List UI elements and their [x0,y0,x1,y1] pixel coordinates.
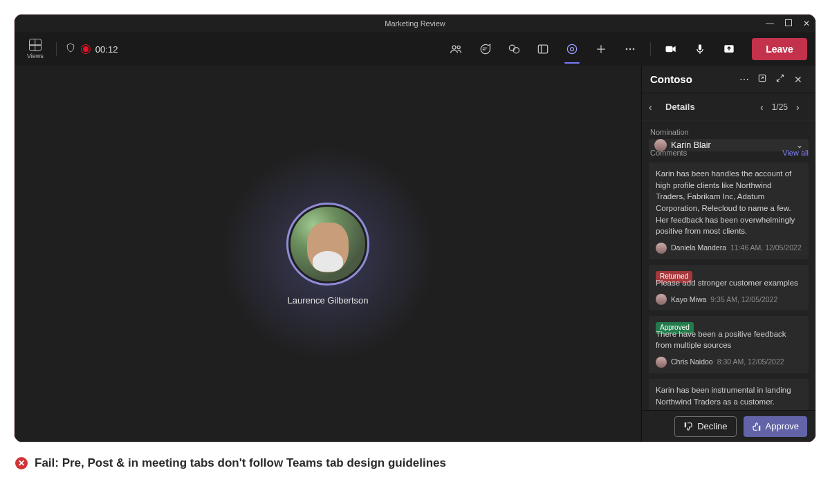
svg-rect-4 [538,45,547,53]
minimize-icon[interactable]: — [766,19,774,28]
approve-label: Approve [766,421,799,431]
svg-point-5 [567,44,576,53]
comment-meta: Chris Naidoo 8:30 AM, 12/05/2022 [656,357,802,368]
page-prev-icon[interactable]: ‹ [753,102,764,113]
comment-avatar [656,357,667,368]
meeting-timer: 00:12 [95,44,118,55]
comment-author: Daniela Mandera [671,243,726,253]
add-icon[interactable] [589,37,613,61]
leave-button[interactable]: Leave [752,38,807,60]
comment-avatar [656,294,667,305]
thumbs-up-icon [752,422,762,431]
shield-icon[interactable] [65,42,76,56]
side-panel: Contoso ⋯ ✕ ‹ Details ‹ 1/25 › Nominatio… [641,66,815,442]
comment-card: Approved There have been a positive feed… [649,316,809,373]
approve-button[interactable]: Approve [744,416,807,437]
panel-header: Contoso ⋯ ✕ [642,66,815,93]
svg-rect-10 [666,46,673,52]
back-icon[interactable]: ‹ [649,102,660,113]
camera-icon[interactable] [659,37,683,61]
page-next-icon[interactable]: › [796,102,807,113]
comment-card: Karin has been handles the account of hi… [649,162,809,259]
divider [650,42,651,56]
thumbs-down-icon [683,422,693,431]
comment-meta: Daniela Mandera 11:46 AM, 12/05/2022 [656,243,802,254]
views-button[interactable]: Views [23,37,48,61]
caption-row: ✕ Fail: Pre, Post & in meeting tabs don'… [15,456,830,470]
reactions-icon[interactable] [502,37,526,61]
panel-title: Contoso [650,73,735,85]
details-label: Details [665,102,747,112]
comment-avatar [656,243,667,254]
comment-author: Kayo Miwa [671,295,706,305]
window-controls: — ✕ [766,19,810,28]
teams-window: Marketing Review — ✕ Views 00:12 [14,14,816,442]
participant-name: Laurence Gilbertson [287,295,368,306]
comment-time: 11:46 AM, 12/05/2022 [730,243,802,253]
more-icon[interactable] [618,37,642,61]
fail-icon: ✕ [15,457,28,469]
comment-time: 8:30 AM, 12/05/2022 [717,357,784,367]
comment-card: Karin has been instrumental in landing N… [649,379,809,410]
panel-expand-icon[interactable] [771,73,789,85]
svg-point-0 [452,46,456,49]
participant-avatar [286,203,369,286]
mic-icon[interactable] [688,37,712,61]
title-bar: Marketing Review — ✕ [15,15,815,32]
grid-icon [29,39,42,51]
comments-label: Comments [650,149,687,157]
rooms-icon[interactable] [531,37,555,61]
share-icon[interactable] [717,37,741,61]
panel-popout-icon[interactable] [753,73,771,85]
caption-text: Fail: Pre, Post & in meeting tabs don't … [35,456,446,470]
comments-header: Comments View all [649,149,809,157]
meeting-toolbar: Views 00:12 [15,32,815,66]
maximize-icon[interactable] [785,19,792,28]
people-icon[interactable] [444,37,468,61]
comment-text: Please add stronger customer examples [656,276,802,289]
comment-meta: Kayo Miwa 9:35 AM, 12/05/2022 [656,294,802,305]
chat-icon[interactable] [473,37,497,61]
panel-footer: Decline Approve [642,410,815,442]
comment-author: Chris Naidoo [671,357,713,367]
comment-card: Returned Please add stronger customer ex… [649,265,809,310]
svg-point-8 [629,48,631,50]
nomination-caption: Nomination [650,128,809,136]
svg-point-1 [457,46,460,48]
decline-button[interactable]: Decline [674,416,736,437]
divider [56,42,57,56]
video-stage: Laurence Gilbertson [15,66,641,442]
svg-point-7 [626,48,628,50]
comment-text: There have been a positive feedback from… [656,327,802,351]
panel-subheader: ‹ Details ‹ 1/25 › [642,93,815,121]
views-label: Views [27,53,44,59]
decline-label: Decline [697,421,727,431]
svg-rect-11 [699,44,701,50]
record-icon [82,45,90,53]
apps-icon[interactable] [560,37,584,61]
comment-time: 9:35 AM, 12/05/2022 [710,295,777,305]
svg-point-6 [571,48,574,51]
comment-text: Karin has been handles the account of hi… [656,168,802,237]
panel-close-icon[interactable]: ✕ [789,74,807,85]
close-icon[interactable]: ✕ [803,19,810,28]
window-title: Marketing Review [385,19,445,28]
pager-label: 1/25 [772,102,788,112]
view-all-link[interactable]: View all [782,149,809,157]
panel-more-icon[interactable]: ⋯ [735,74,753,85]
panel-body: Nomination Karin Blair ⌄ Comments View a… [642,121,815,410]
main-area: Laurence Gilbertson Contoso ⋯ ✕ ‹ Detail… [15,66,815,442]
svg-point-9 [633,48,635,50]
comment-text: Karin has been instrumental in landing N… [656,384,802,407]
